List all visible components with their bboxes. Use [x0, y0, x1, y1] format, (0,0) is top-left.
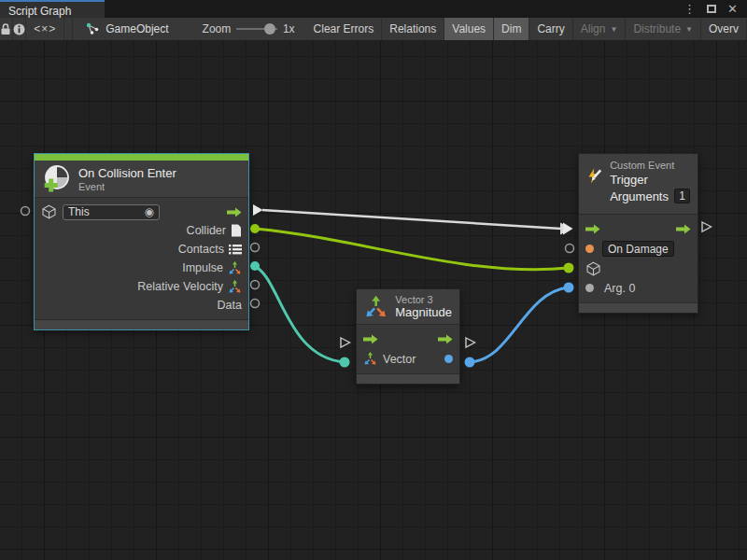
node-title: On Collision Enter	[78, 166, 176, 180]
toolbar: <×> GameObject Zoom 1x Clear Errors Rela…	[0, 18, 747, 41]
tab-title: Script Graph	[8, 5, 71, 18]
vector3-icon	[364, 295, 388, 319]
close-icon[interactable]: ✕	[727, 2, 738, 16]
cube-icon	[585, 261, 601, 276]
values-toggle[interactable]: Values	[444, 18, 494, 40]
node-category: Vector 3	[395, 294, 452, 305]
toolbar-separator	[64, 18, 73, 40]
menu-icon[interactable]: ⋮	[684, 2, 696, 16]
node-header: On Collision Enter Event	[35, 161, 248, 197]
port-this-input[interactable]	[21, 207, 30, 216]
node-body: On Damage Arg. 0	[579, 214, 698, 302]
chevron-down-icon: ▼	[610, 25, 617, 34]
graph-target[interactable]: GameObject	[73, 18, 177, 40]
info-icon	[13, 23, 25, 35]
tab-script-graph[interactable]: Script Graph	[0, 0, 105, 18]
node-footer	[357, 373, 459, 384]
node-on-collision-enter[interactable]: On Collision Enter Event This ◉	[34, 153, 249, 330]
clear-errors-button[interactable]: Clear Errors	[306, 18, 383, 40]
node-vector3-magnitude[interactable]: Vector 3 Magnitude	[356, 288, 460, 385]
port-label-collider: Collider	[187, 224, 226, 237]
node-title: Trigger	[610, 173, 690, 187]
info-button[interactable]	[13, 18, 26, 40]
graph-icon	[86, 22, 100, 35]
port-label-impulse: Impulse	[182, 261, 223, 274]
port-collider-output[interactable]	[250, 224, 260, 233]
event-name-field[interactable]: On Damage	[602, 241, 674, 257]
vector3-type-icon	[228, 280, 242, 294]
chevron-down-icon: ▼	[685, 25, 693, 34]
node-title: Magnitude	[395, 305, 452, 319]
custom-event-icon	[586, 163, 602, 189]
code-icon: <×>	[34, 22, 56, 35]
collider-doc-icon	[231, 224, 242, 237]
vector3-type-icon	[363, 352, 377, 366]
node-header: Custom Event Trigger Arguments 1	[579, 154, 698, 214]
arguments-row: Arguments 1	[610, 189, 690, 203]
carry-button[interactable]: Carry	[529, 18, 572, 40]
port-label-vector: Vector	[383, 353, 416, 366]
arg-port-dot	[585, 284, 594, 292]
event-color-strip	[35, 154, 248, 161]
port-label-arg0: Arg. 0	[604, 282, 635, 295]
port-data-output[interactable]	[251, 300, 260, 308]
zoom-label: Zoom	[178, 18, 237, 40]
node-body: This ◉ Collider Contacts	[35, 197, 248, 319]
dim-toggle[interactable]: Dim	[494, 18, 529, 40]
port-label-data: Data	[218, 299, 242, 312]
node-footer	[35, 319, 248, 329]
vector3-type-icon	[228, 261, 242, 275]
titlebar: Script Graph ⋮ ✕	[0, 0, 747, 18]
port-target-input[interactable]	[564, 263, 574, 273]
align-dropdown[interactable]: Align ▼	[573, 18, 627, 40]
zoom-slider-handle[interactable]	[264, 23, 275, 35]
node-category: Custom Event	[610, 160, 690, 171]
node-body: Vector	[357, 324, 459, 373]
port-label-contacts: Contacts	[178, 243, 224, 256]
overview-button[interactable]: Overv	[701, 18, 747, 40]
node-subtitle: Event	[78, 181, 176, 192]
flow-out-arrow-icon	[438, 334, 453, 344]
distribute-dropdown[interactable]: Distribute ▼	[626, 18, 701, 40]
zoom-value: 1x	[277, 18, 304, 40]
flow-out-arrow-icon	[676, 224, 691, 234]
this-target-field[interactable]: This ◉	[63, 204, 160, 220]
float-output-dot	[444, 355, 453, 363]
arguments-count-field[interactable]: 1	[674, 189, 690, 203]
flow-in-arrow-icon	[585, 224, 600, 234]
node-trigger-custom-event[interactable]: Custom Event Trigger Arguments 1	[578, 153, 698, 314]
port-vector-input[interactable]	[340, 357, 350, 368]
port-name-input[interactable]	[566, 245, 574, 253]
node-header: Vector 3 Magnitude	[357, 289, 459, 324]
zoom-slider[interactable]	[236, 18, 277, 40]
port-contacts-output[interactable]	[251, 244, 260, 252]
contacts-list-icon	[229, 244, 242, 255]
relations-button[interactable]: Relations	[382, 18, 444, 40]
port-arg0-input[interactable]	[564, 283, 574, 293]
flow-in-arrow-icon	[363, 334, 378, 344]
port-relative-velocity-output[interactable]	[251, 281, 260, 289]
node-footer	[579, 302, 698, 313]
string-port-dot	[585, 245, 594, 253]
object-picker-icon[interactable]: ◉	[145, 206, 154, 217]
port-impulse-output[interactable]	[250, 261, 260, 271]
edit-code-button[interactable]: <×>	[26, 18, 64, 40]
port-magnitude-output[interactable]	[465, 357, 475, 368]
lock-icon	[0, 23, 11, 35]
toolbar-buttons: Clear Errors Relations Values Dim Carry …	[306, 18, 747, 40]
cube-icon	[41, 204, 57, 219]
lock-button[interactable]	[0, 18, 13, 40]
script-graph-window: Script Graph ⋮ ✕ <×>	[0, 0, 747, 560]
port-label-relative-velocity: Relative Velocity	[137, 280, 223, 293]
graph-target-label: GameObject	[106, 22, 168, 35]
collision-event-icon	[42, 164, 71, 193]
maximize-icon[interactable]	[707, 5, 716, 13]
flow-out-arrow-icon	[227, 207, 242, 217]
window-controls: ⋮ ✕	[684, 0, 747, 18]
